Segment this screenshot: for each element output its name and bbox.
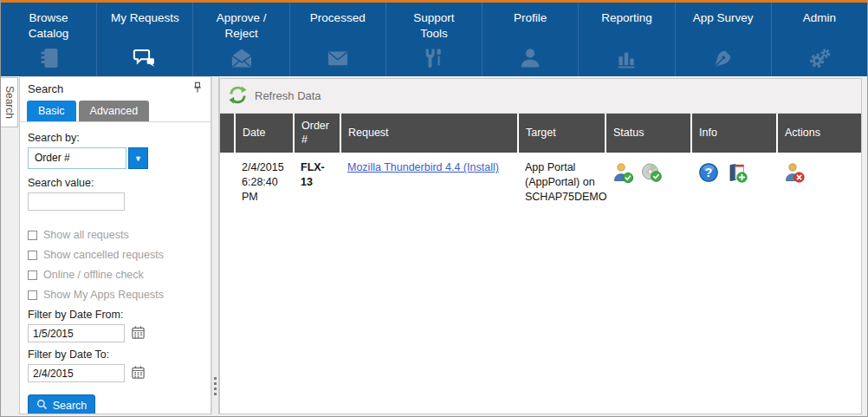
nav-label: Profile xyxy=(483,10,578,26)
row-actions-cell xyxy=(777,153,861,205)
panel-splitter[interactable] xyxy=(211,76,219,414)
help-icon[interactable]: ? xyxy=(698,162,719,187)
open-envelope-icon xyxy=(193,46,288,70)
checkbox-online-offline-check[interactable]: Online / offline check xyxy=(28,269,203,281)
magnifier-icon xyxy=(36,399,48,413)
column-header-date[interactable]: Date xyxy=(236,114,293,153)
search-by-value[interactable]: Order # xyxy=(28,147,126,169)
date-from-label: Filter by Date From: xyxy=(28,309,203,321)
chat-bubbles-icon xyxy=(97,46,192,70)
calendar-icon[interactable] xyxy=(131,365,146,382)
splitter-grip[interactable] xyxy=(214,377,217,395)
nav-label: Approve / Reject xyxy=(193,10,288,41)
search-button-label: Search xyxy=(53,400,87,412)
row-date: 2/4/2015 6:28:40 PM xyxy=(235,153,292,205)
search-vertical-tab[interactable]: Search xyxy=(1,77,18,127)
date-to-label: Filter by Date To: xyxy=(28,349,203,361)
bar-chart-icon xyxy=(579,46,674,70)
nav-label: Processed xyxy=(290,10,385,26)
refresh-label: Refresh Data xyxy=(255,89,321,102)
gears-icon xyxy=(772,46,867,70)
search-value-input[interactable] xyxy=(28,192,125,211)
calendar-icon[interactable] xyxy=(131,325,146,342)
search-panel: Search Basic Advanced Search by: Order #… xyxy=(19,76,211,414)
checkbox-label: Show My Apps Requests xyxy=(43,289,164,301)
search-form: Search by: Order # ▼ Search value: Show … xyxy=(20,122,211,414)
column-header-info[interactable]: Info xyxy=(692,114,776,153)
catalog-icon xyxy=(1,46,96,70)
nav-label: Support Tools xyxy=(386,10,482,41)
content-area: Search Search Basic Advanced Search by: … xyxy=(1,76,867,414)
checkbox-label: Show cancelled requests xyxy=(43,249,164,261)
nav-label: My Requests xyxy=(97,10,192,26)
requests-panel: Refresh Data Date Order # Request Target… xyxy=(219,78,862,414)
chevron-down-icon[interactable]: ▼ xyxy=(128,147,148,169)
envelope-icon xyxy=(290,46,385,70)
pin-icon[interactable] xyxy=(192,81,203,97)
app-window: Browse Catalog My Requests Approve / Rej… xyxy=(0,0,868,417)
refresh-data-button[interactable]: Refresh Data xyxy=(220,79,861,114)
table-header: Date Order # Request Target Status Info … xyxy=(220,114,861,153)
search-by-label: Search by: xyxy=(28,132,203,144)
refresh-icon xyxy=(229,86,247,107)
column-header-actions[interactable]: Actions xyxy=(778,114,861,153)
add-note-icon[interactable] xyxy=(727,162,748,187)
checkbox-show-cancelled-requests[interactable]: Show cancelled requests xyxy=(28,249,203,261)
checkbox-show-all-requests[interactable]: Show all requests xyxy=(28,229,203,241)
checkbox-label: Show all requests xyxy=(43,229,129,241)
top-navigation: Browse Catalog My Requests Approve / Rej… xyxy=(1,0,867,76)
cancel-request-icon[interactable] xyxy=(784,162,805,187)
nav-approve-reject[interactable]: Approve / Reject xyxy=(192,3,288,76)
checkbox-box[interactable] xyxy=(28,251,37,260)
column-header-status[interactable]: Status xyxy=(606,114,690,153)
tab-advanced[interactable]: Advanced xyxy=(79,101,150,121)
request-link[interactable]: Mozilla Thunderbird 4.4 (Install) xyxy=(347,161,499,173)
dock-strip: Search xyxy=(1,76,19,414)
row-target: App Portal (AppPortal) on SCHAP75DEMO xyxy=(518,153,604,205)
search-panel-header: Search xyxy=(20,77,211,101)
checkbox-box[interactable] xyxy=(28,290,37,300)
checkbox-label: Online / offline check xyxy=(43,269,144,281)
table-row: 2/4/2015 6:28:40 PM FLX-13 Mozilla Thund… xyxy=(220,153,861,205)
pen-icon xyxy=(676,46,771,70)
checkbox-show-my-apps-requests[interactable]: Show My Apps Requests xyxy=(28,289,203,301)
tools-icon xyxy=(386,46,482,70)
column-header-order[interactable]: Order # xyxy=(295,114,340,153)
panel-title: Search xyxy=(28,82,192,95)
nav-label: Reporting xyxy=(579,10,674,26)
nav-support-tools[interactable]: Support Tools xyxy=(385,3,482,76)
row-order-number: FLX-13 xyxy=(294,153,339,205)
nav-my-requests[interactable]: My Requests xyxy=(96,3,192,76)
row-info-cell: ? xyxy=(691,153,775,205)
tab-basic[interactable]: Basic xyxy=(27,101,76,121)
person-icon xyxy=(483,46,578,70)
row-status-cell xyxy=(606,153,690,205)
svg-text:?: ? xyxy=(705,166,713,179)
column-header-request[interactable]: Request xyxy=(341,114,517,153)
nav-label: App Survey xyxy=(676,10,771,26)
search-tabs: Basic Advanced xyxy=(20,101,211,122)
column-header-target[interactable]: Target xyxy=(519,114,605,153)
checkbox-box[interactable] xyxy=(28,231,37,240)
nav-profile[interactable]: Profile xyxy=(482,3,578,76)
date-to-input[interactable] xyxy=(28,364,125,382)
install-success-icon[interactable] xyxy=(641,162,662,187)
nav-label: Admin xyxy=(772,10,867,26)
date-from-input[interactable] xyxy=(28,324,125,342)
search-value-label: Search value: xyxy=(28,177,203,189)
nav-browse-catalog[interactable]: Browse Catalog xyxy=(1,3,96,76)
row-select-cell xyxy=(220,153,233,205)
main-area: Refresh Data Date Order # Request Target… xyxy=(219,76,867,414)
search-by-dropdown[interactable]: Order # ▼ xyxy=(28,147,203,169)
checkbox-box[interactable] xyxy=(28,270,37,280)
search-button[interactable]: Search xyxy=(28,394,95,414)
nav-processed[interactable]: Processed xyxy=(289,3,385,76)
nav-label: Browse Catalog xyxy=(1,10,96,41)
nav-reporting[interactable]: Reporting xyxy=(578,3,674,76)
user-approved-icon[interactable] xyxy=(612,162,633,187)
row-request-cell: Mozilla Thunderbird 4.4 (Install) xyxy=(340,153,516,205)
column-header-blank[interactable] xyxy=(220,114,234,153)
nav-admin[interactable]: Admin xyxy=(771,3,867,76)
nav-app-survey[interactable]: App Survey xyxy=(675,3,771,76)
